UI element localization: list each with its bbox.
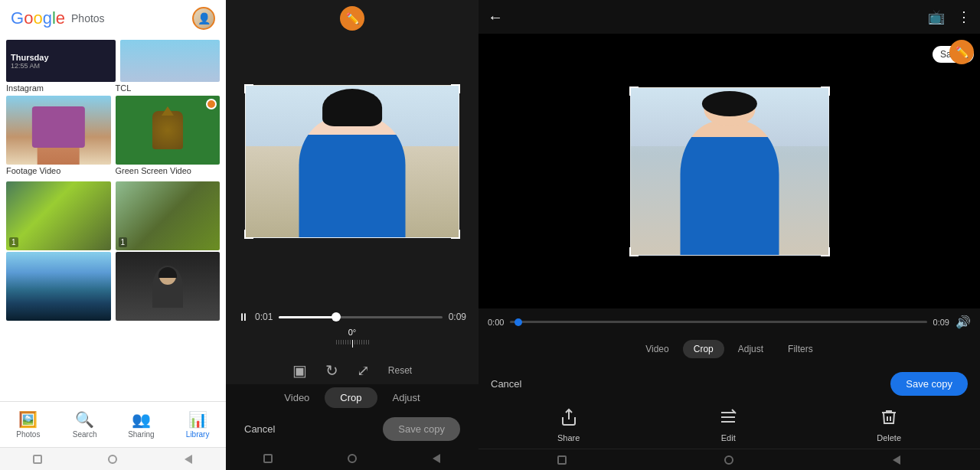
phone-nav-ci-r — [721, 452, 737, 468]
tcl-label: TCL — [116, 83, 220, 93]
library-nav-label: Library — [186, 430, 210, 439]
rotate-tool[interactable]: ↻ — [325, 361, 338, 380]
bottom-navigation: 🖼️ Photos 🔍 Search 👥 Sharing 📊 Library — [0, 401, 226, 447]
back-button[interactable]: ← — [488, 8, 503, 26]
right-current-time: 0:00 — [488, 318, 504, 327]
cancel-button-right[interactable]: Cancel — [491, 378, 521, 390]
degree-ruler — [238, 340, 466, 348]
center-actions-row: Cancel Save copy — [226, 411, 479, 447]
avatar[interactable]: 👤 — [192, 7, 215, 30]
left-panel: Google Photos 👤 Thursday 12:55 AM Instag… — [0, 0, 226, 470]
play-pause-button[interactable]: ⏸ — [238, 311, 249, 323]
landscape-thumb[interactable] — [120, 40, 220, 82]
timeline-progress — [279, 316, 336, 318]
app-logo: Google Photos — [11, 8, 105, 28]
right-top-bar: ← 📺 ⋮ — [479, 0, 980, 34]
center-edit-tabs: Video Crop Adjust — [226, 384, 479, 411]
tab-adjust-center[interactable]: Adjust — [377, 387, 436, 408]
current-time: 0:01 — [255, 312, 273, 322]
share-icon — [560, 408, 578, 431]
crop-handle-tr-r[interactable] — [821, 86, 830, 96]
count-badge-2: 1 — [119, 237, 128, 247]
right-actions-row: Cancel Save copy — [479, 366, 980, 402]
photos-icon: 🖼️ — [18, 410, 38, 429]
crop-handle-tl-r[interactable] — [629, 86, 639, 96]
share-button[interactable]: Share — [557, 408, 580, 442]
crop-handle-br-r[interactable] — [821, 247, 830, 256]
edit-button[interactable]: Edit — [719, 408, 737, 442]
center-timeline: ⏸ 0:01 0:09 0° — [226, 308, 479, 357]
crop-handle-br[interactable] — [451, 230, 460, 239]
search-nav-label: Search — [73, 430, 97, 439]
crop-handle-tr[interactable] — [451, 84, 460, 93]
leaves-thumb-1[interactable]: 1 — [6, 181, 111, 250]
crop-frame[interactable] — [245, 85, 459, 238]
save-copy-button-right[interactable]: Save copy — [890, 372, 968, 396]
app-name-label: Photos — [71, 12, 105, 24]
thursday-banner[interactable]: Thursday 12:55 AM — [6, 40, 116, 82]
right-action-icons: 📺 ⋮ — [928, 8, 971, 25]
right-end-time: 0:09 — [933, 318, 949, 327]
delete-button[interactable]: Delete — [877, 408, 901, 442]
phone-nav-back — [181, 452, 196, 467]
right-timeline-dot — [514, 318, 522, 326]
delete-icon — [880, 408, 898, 431]
right-tab-crop[interactable]: Crop — [683, 340, 724, 358]
crop-ratio-tool[interactable]: ▣ — [292, 361, 307, 380]
cancel-button-center[interactable]: Cancel — [244, 423, 275, 435]
tcl-badge — [206, 99, 217, 109]
search-icon: 🔍 — [75, 410, 94, 429]
more-icon[interactable]: ⋮ — [957, 8, 971, 25]
right-tab-filters[interactable]: Filters — [777, 340, 824, 358]
right-timeline-track[interactable] — [510, 321, 926, 323]
expand-tool[interactable]: ⤢ — [357, 361, 370, 380]
edit-tools-row: ▣ ↻ ⤢ Reset — [226, 357, 479, 384]
cast-icon[interactable]: 📺 — [928, 8, 945, 25]
nav-library[interactable]: 📊 Library — [169, 406, 226, 443]
edit-icon — [719, 408, 737, 431]
nav-sharing[interactable]: 👥 Sharing — [113, 406, 170, 443]
crop-image-area — [226, 0, 479, 308]
tab-crop-center[interactable]: Crop — [325, 387, 377, 408]
save-copy-button-center[interactable]: Save copy — [383, 417, 460, 441]
degree-indicator: 0° — [238, 328, 466, 337]
phone-nav-circle — [105, 452, 120, 467]
tab-video-center[interactable]: Video — [269, 387, 325, 408]
right-tab-adjust[interactable]: Adjust — [727, 340, 774, 358]
phone-nav-bar — [0, 447, 226, 470]
volume-icon[interactable]: 🔊 — [956, 315, 971, 329]
timeline-thumb[interactable] — [332, 312, 341, 321]
crop-handle-bl-r[interactable] — [629, 247, 639, 256]
footage-thumb[interactable] — [6, 96, 111, 165]
instagram-label: Instagram — [6, 83, 111, 93]
green-screen-label: Green Screen Video — [116, 166, 220, 175]
right-tab-video[interactable]: Video — [635, 340, 679, 358]
portrait-thumb[interactable] — [116, 252, 220, 321]
phone-nav-center — [226, 447, 479, 470]
phone-nav-bk-c — [429, 451, 444, 466]
phone-nav-sq-c — [260, 451, 276, 466]
sharing-nav-label: Sharing — [128, 430, 154, 439]
timeline-controls: ⏸ 0:01 0:09 — [238, 311, 466, 323]
timeline-track[interactable] — [279, 316, 442, 318]
right-crop-frame[interactable] — [630, 87, 829, 256]
photo-grid: Thursday 12:55 AM Instagram TCL — [0, 37, 226, 401]
leaves-thumb-2[interactable]: 1 — [116, 181, 220, 250]
phone-nav-sq-r — [554, 452, 570, 468]
mountain-thumb[interactable] — [6, 252, 111, 321]
nav-search[interactable]: 🔍 Search — [57, 406, 113, 443]
phone-nav-right — [479, 449, 980, 470]
nav-photos[interactable]: 🖼️ Photos — [0, 406, 57, 443]
pencil-badge-right: ✏️ — [949, 40, 974, 64]
right-edit-panel: ← 📺 ⋮ — [479, 0, 980, 470]
crop-handle-bl[interactable] — [244, 230, 253, 239]
reset-button[interactable]: Reset — [388, 365, 412, 376]
share-label: Share — [557, 433, 580, 442]
edit-label: Edit — [721, 433, 736, 442]
count-badge-1: 1 — [9, 237, 18, 247]
crop-handle-tl[interactable] — [244, 84, 253, 93]
phone-nav-bk-r — [889, 452, 904, 468]
end-time: 0:09 — [449, 312, 466, 322]
green-screen-thumb[interactable] — [116, 96, 220, 165]
right-timeline: 0:00 0:09 🔊 — [479, 308, 980, 335]
